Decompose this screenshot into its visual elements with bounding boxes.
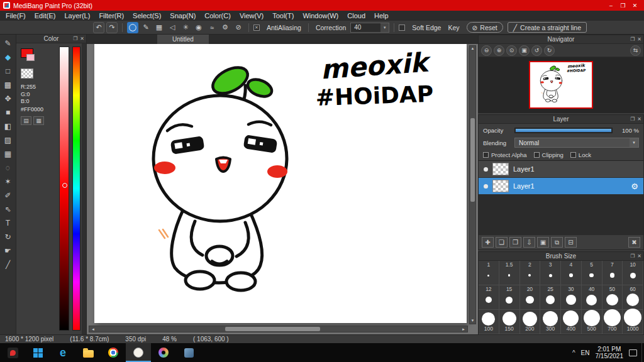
layer-row-selected[interactable]: Layer1 ⚙ xyxy=(479,178,643,195)
merge-layer-button[interactable]: ⊟ xyxy=(565,237,577,248)
file-explorer-button[interactable] xyxy=(75,343,101,362)
scroll-down-icon[interactable]: ▼ xyxy=(470,318,475,324)
canvas-tab-untitled[interactable]: Untitled xyxy=(157,35,209,44)
menu-color[interactable]: Color(C) xyxy=(200,11,235,21)
zoom-in-icon[interactable]: ⊕ xyxy=(494,45,504,56)
magic-wand-tool[interactable]: ✶ xyxy=(2,175,14,188)
scroll-left-icon[interactable]: ◄ xyxy=(91,327,96,332)
blending-dropdown[interactable]: Normal ▾ xyxy=(514,138,639,148)
scrollbar-thumb[interactable] xyxy=(470,118,475,202)
hue-bar[interactable] xyxy=(72,47,80,331)
soft-edge-checkbox[interactable] xyxy=(399,25,405,31)
bucket-tool[interactable]: ◧ xyxy=(2,120,14,133)
snap-off-icon[interactable]: ⊘ xyxy=(233,22,244,33)
antialiasing-checkbox[interactable]: ✕ xyxy=(253,25,260,31)
brush-size-option[interactable]: 4 xyxy=(561,261,582,285)
delete-layer-button[interactable]: ✖ xyxy=(628,237,640,248)
layer-folder-button[interactable]: ▣ xyxy=(537,237,549,248)
menu-filter[interactable]: Filter(R) xyxy=(94,11,128,21)
brush-size-option[interactable]: 150 xyxy=(499,310,520,334)
minimize-button[interactable]: – xyxy=(605,1,617,10)
color-grid-icon[interactable]: ▦ xyxy=(33,116,44,125)
color-panel-scrollbar[interactable] xyxy=(82,43,86,334)
chevron-down-icon[interactable]: ▾ xyxy=(380,23,389,32)
brush-size-option[interactable]: 400 xyxy=(561,310,582,334)
start-button[interactable] xyxy=(25,343,50,362)
menu-snap[interactable]: Snap(N) xyxy=(165,11,200,21)
brush-size-option[interactable]: 5 xyxy=(582,261,602,285)
menu-edit[interactable]: Edit(E) xyxy=(30,11,60,21)
rotate-right-icon[interactable]: ↻ xyxy=(544,45,555,56)
hand-tool[interactable]: ☛ xyxy=(2,244,14,257)
zoom-reset-icon[interactable]: ⊙ xyxy=(506,45,517,56)
brush-mode-icon[interactable]: ◯ xyxy=(127,22,138,33)
lasso-tool[interactable]: ◌ xyxy=(2,162,14,174)
brush-size-option[interactable]: 3 xyxy=(540,261,561,285)
brush-size-option[interactable]: 300 xyxy=(540,310,561,334)
navigator-thumbnail[interactable] xyxy=(529,61,593,109)
brush-size-option[interactable]: 25 xyxy=(540,285,561,310)
text-tool[interactable]: T xyxy=(2,217,14,229)
popout-icon[interactable]: ❐ xyxy=(73,35,77,43)
palette-icon[interactable]: ▤ xyxy=(21,116,31,125)
add-layer-button[interactable]: ✚ xyxy=(482,237,494,248)
snap-radial-icon[interactable]: ✳ xyxy=(180,22,191,33)
brush-size-option[interactable]: 30 xyxy=(561,285,582,310)
action-center-icon[interactable] xyxy=(629,349,637,356)
brush-size-option[interactable]: 20 xyxy=(520,285,541,310)
grid-snap-icon[interactable]: ▦ xyxy=(153,22,165,33)
medibang-pinned-button[interactable] xyxy=(0,343,25,362)
menu-file[interactable]: File(F) xyxy=(1,11,30,21)
operation-tool[interactable]: ⇖ xyxy=(2,203,14,216)
photos-app-button[interactable] xyxy=(176,343,201,362)
chrome-button[interactable] xyxy=(101,343,126,362)
straight-line-button[interactable]: ╱ Create a straight line xyxy=(508,22,587,33)
redo-icon[interactable]: ↷ xyxy=(106,22,118,33)
menu-layer[interactable]: Layer(L) xyxy=(60,11,94,21)
menu-select[interactable]: Select(S) xyxy=(128,11,165,21)
checkbox-box[interactable] xyxy=(483,152,489,158)
brush-size-option[interactable]: 1 xyxy=(479,261,499,285)
shape-brush-tool[interactable]: □ xyxy=(2,65,14,77)
zoom-out-icon[interactable]: ⊖ xyxy=(481,45,492,56)
gear-icon[interactable]: ⚙ xyxy=(631,182,638,191)
brush-size-option[interactable]: 100 xyxy=(479,310,499,334)
copy-layer-button[interactable]: ⧉ xyxy=(551,237,563,248)
layer-row[interactable]: Layer1 xyxy=(479,161,643,178)
brush-size-option[interactable]: 60 xyxy=(623,285,643,310)
visibility-icon[interactable] xyxy=(484,167,488,172)
brush-size-option[interactable]: 200 xyxy=(520,310,541,334)
background-color-swatch[interactable] xyxy=(26,54,35,61)
close-icon[interactable]: ✕ xyxy=(637,252,641,261)
close-icon[interactable]: ✕ xyxy=(80,35,84,43)
checkbox-box[interactable] xyxy=(534,152,540,158)
divide-tool[interactable]: ╱ xyxy=(2,258,14,271)
snap-curve-icon[interactable]: ≈ xyxy=(206,22,218,33)
menu-help[interactable]: Help xyxy=(370,11,393,21)
popout-icon[interactable]: ❐ xyxy=(630,252,635,261)
reset-button[interactable]: ⊘ Reset xyxy=(467,22,503,33)
brush-size-option[interactable]: 1.5 xyxy=(499,261,520,285)
paint-app-button[interactable] xyxy=(151,343,176,362)
brush-size-option[interactable]: 12 xyxy=(479,285,499,310)
popout-icon[interactable]: ❐ xyxy=(630,35,635,44)
snap-circle-icon[interactable]: ◉ xyxy=(193,22,204,33)
brush-tool[interactable]: ✎ xyxy=(2,37,14,50)
fit-screen-icon[interactable]: ▣ xyxy=(519,45,530,56)
snap-settings-icon[interactable]: ⚙ xyxy=(219,22,231,33)
brush-size-option[interactable]: 1000 xyxy=(623,310,643,334)
menu-tool[interactable]: Tool(T) xyxy=(268,11,298,21)
correction-dropdown[interactable]: 40 ▾ xyxy=(350,23,389,33)
canvas-paper[interactable]: meoxik #HOiDAP xyxy=(94,44,467,323)
close-button[interactable]: ✕ xyxy=(629,1,641,10)
brush-size-option[interactable]: 7 xyxy=(602,261,623,285)
transparent-color-swatch[interactable] xyxy=(21,69,33,79)
undo-icon[interactable]: ↶ xyxy=(93,22,104,33)
new-layer-button[interactable]: ❏ xyxy=(496,237,508,248)
checkbox-box[interactable] xyxy=(570,152,576,158)
brush-size-option[interactable]: 700 xyxy=(602,310,623,334)
brush-size-option[interactable]: 500 xyxy=(582,310,602,334)
opacity-slider[interactable] xyxy=(514,128,613,133)
brush-size-option[interactable]: 10 xyxy=(623,261,643,285)
brush-size-option[interactable]: 40 xyxy=(582,285,602,310)
